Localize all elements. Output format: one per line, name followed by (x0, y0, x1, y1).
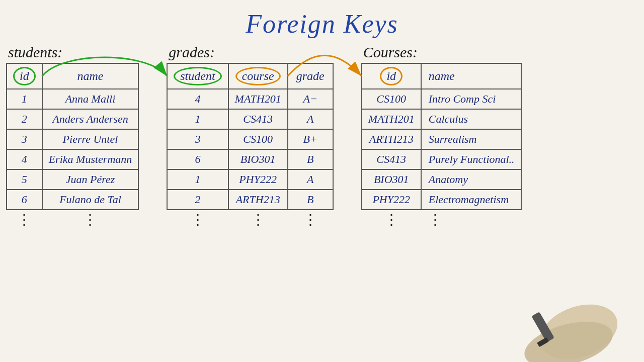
grades-table: student course grade 4MATH201A−1CS413A3C… (167, 63, 333, 231)
table-row: 5Juan Pérez (7, 169, 138, 190)
table-row: 1Anna Malli (7, 89, 138, 109)
table-row: ⋮⋮ (362, 210, 521, 231)
courses-name-cell: Anatomy (421, 169, 521, 190)
svg-point-3 (520, 313, 618, 362)
courses-table: id name CS100Intro Comp SciMATH201Calcul… (361, 63, 522, 231)
table-row: ⋮⋮ (7, 210, 138, 231)
table-row: 6Fulano de Tal (7, 190, 138, 210)
grades-grade-cell: B (288, 190, 333, 210)
table-row: CS413Purely Functional.. (362, 149, 521, 169)
table-row: 6BIO301B (167, 149, 333, 169)
students-col-id: id (7, 63, 42, 89)
students-id-circle: id (13, 67, 36, 85)
courses-name-cell: Surrealism (421, 129, 521, 149)
grades-student-cell: 6 (167, 149, 228, 169)
students-name-cell: Juan Pérez (42, 169, 139, 190)
grades-course-cell: PHY222 (228, 169, 288, 190)
students-id-cell: 3 (7, 129, 42, 149)
grades-col-grade: grade (288, 63, 333, 89)
courses-col-name: name (421, 63, 521, 89)
grades-label: grades: (167, 44, 215, 61)
grades-course-cell: BIO301 (228, 149, 288, 169)
svg-rect-4 (531, 312, 554, 342)
courses-name-cell: Intro Comp Sci (421, 89, 521, 109)
courses-name-cell: Calculus (421, 109, 521, 129)
students-id-cell: 4 (7, 149, 42, 169)
ellipsis-cell: ⋮ (7, 210, 42, 231)
ellipsis-cell: ⋮ (288, 210, 333, 231)
students-id-cell: 1 (7, 89, 42, 109)
grades-section: grades: student course grade 4MATH201A−1… (167, 44, 333, 231)
table-row: 4MATH201A− (167, 89, 333, 109)
students-id-cell: 5 (7, 169, 42, 190)
grades-course-cell: ARTH213 (228, 190, 288, 210)
students-label: students: (6, 44, 62, 61)
table-row: 3Pierre Untel (7, 129, 138, 149)
courses-id-cell: CS100 (362, 89, 421, 109)
page-title: Foreign Keys (0, 0, 644, 44)
courses-col-id: id (362, 63, 421, 89)
table-row: ARTH213Surrealism (362, 129, 521, 149)
table-row: 2Anders Andersen (7, 109, 138, 129)
table-row: PHY222Electromagnetism (362, 190, 521, 210)
grades-grade-cell: A− (288, 89, 333, 109)
table-row: 1CS413A (167, 109, 333, 129)
students-name-cell: Anna Malli (42, 89, 139, 109)
courses-id-cell: CS413 (362, 149, 421, 169)
svg-point-2 (532, 295, 625, 362)
students-name-cell: Erika Mustermann (42, 149, 139, 169)
table-row: ⋮⋮⋮ (167, 210, 333, 231)
grades-grade-cell: B+ (288, 129, 333, 149)
grades-student-cell: 4 (167, 89, 228, 109)
table-row: 4Erika Mustermann (7, 149, 138, 169)
grades-col-student: student (167, 63, 228, 89)
students-name-cell: Pierre Untel (42, 129, 139, 149)
students-section: students: id name 1Anna Malli2Anders And… (6, 44, 139, 231)
grades-student-cell: 3 (167, 129, 228, 149)
grades-col-course: course (228, 63, 288, 89)
grades-grade-cell: A (288, 169, 333, 190)
ellipsis-cell: ⋮ (228, 210, 288, 231)
students-id-cell: 2 (7, 109, 42, 129)
table-row: 3CS100B+ (167, 129, 333, 149)
grades-course-cell: CS413 (228, 109, 288, 129)
grades-course-cell: CS100 (228, 129, 288, 149)
grades-student-circle: student (174, 67, 221, 85)
students-table: id name 1Anna Malli2Anders Andersen3Pier… (6, 63, 139, 231)
grades-student-cell: 1 (167, 169, 228, 190)
table-row: CS100Intro Comp Sci (362, 89, 521, 109)
grades-student-cell: 1 (167, 109, 228, 129)
hand-overlay (488, 251, 629, 362)
courses-id-cell: BIO301 (362, 169, 421, 190)
students-name-cell: Fulano de Tal (42, 190, 139, 210)
table-row: MATH201Calculus (362, 109, 521, 129)
table-row: BIO301Anatomy (362, 169, 521, 190)
grades-grade-cell: B (288, 149, 333, 169)
ellipsis-cell: ⋮ (362, 210, 421, 231)
students-col-name: name (42, 63, 139, 89)
students-name-cell: Anders Andersen (42, 109, 139, 129)
courses-name-cell: Purely Functional.. (421, 149, 521, 169)
svg-rect-5 (537, 337, 549, 347)
courses-section: Courses: id name CS100Intro Comp SciMATH… (361, 44, 522, 231)
grades-student-cell: 2 (167, 190, 228, 210)
table-row: 2ARTH213B (167, 190, 333, 210)
ellipsis-cell: ⋮ (42, 210, 139, 231)
grades-course-circle: course (235, 67, 281, 85)
table-row: 1PHY222A (167, 169, 333, 190)
courses-label: Courses: (361, 44, 418, 61)
courses-id-cell: MATH201 (362, 109, 421, 129)
courses-name-cell: Electromagnetism (421, 190, 521, 210)
courses-id-cell: PHY222 (362, 190, 421, 210)
students-id-cell: 6 (7, 190, 42, 210)
grades-course-cell: MATH201 (228, 89, 288, 109)
courses-id-cell: ARTH213 (362, 129, 421, 149)
courses-id-circle: id (380, 67, 403, 85)
ellipsis-cell: ⋮ (167, 210, 228, 231)
grades-grade-cell: A (288, 109, 333, 129)
ellipsis-cell: ⋮ (421, 210, 521, 231)
